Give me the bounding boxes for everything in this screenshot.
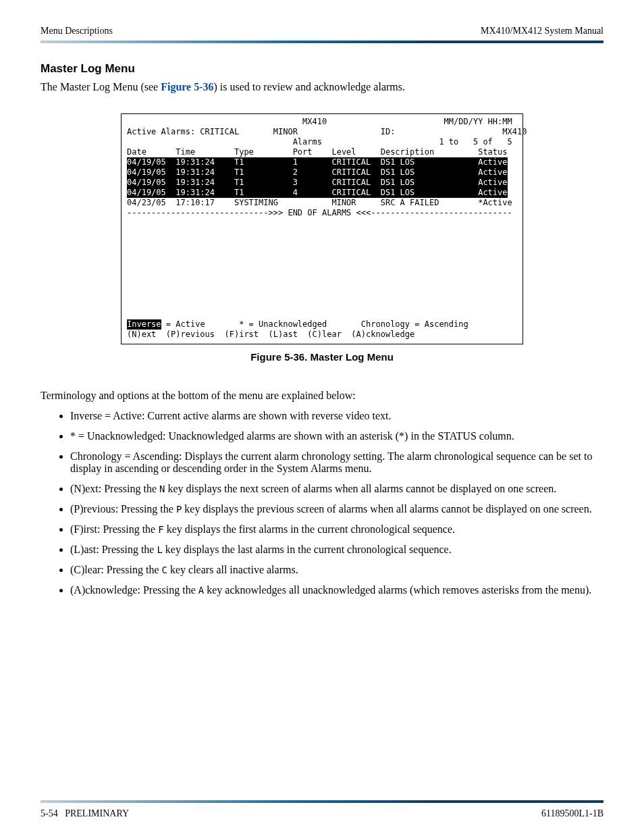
alarm-row-4: 04/23/05 17:10:17 SYSTIMING MINOR SRC A … xyxy=(127,198,512,208)
bullet-post: key clears all inactive alarms. xyxy=(167,564,298,575)
terminal-line: Active Alarms: CRITICAL MINOR ID: MX410 xyxy=(127,127,517,137)
legend-inverse: Inverse xyxy=(127,319,161,330)
header-rule xyxy=(41,41,603,43)
explanation-item: (C)lear: Pressing the C key clears all i… xyxy=(70,564,603,576)
intro-post: ) is used to review and acknowledge alar… xyxy=(214,81,405,93)
section-heading: Master Log Menu xyxy=(41,62,603,76)
explanation-intro: Terminology and options at the bottom of… xyxy=(41,390,603,402)
terminal-text xyxy=(127,289,132,299)
terminal-text xyxy=(127,218,132,228)
terminal-text xyxy=(127,269,132,279)
terminal-text xyxy=(127,228,132,238)
terminal-subtitle: Alarms 1 to 5 of 5 xyxy=(127,137,512,147)
header-left: Menu Descriptions xyxy=(41,26,113,36)
page-footer: 5-54 PRELIMINARY 61189500L1-1B xyxy=(41,800,603,819)
explanation-item: * = Unacknowledged: Unacknowledged alarm… xyxy=(70,430,603,442)
bullet-post: key displays the previous screen of alar… xyxy=(182,503,591,515)
terminal-line: 04/19/05 19:31:24 T1 4 CRITICAL DS1 LOS … xyxy=(127,188,517,198)
terminal-line xyxy=(127,249,517,259)
terminal-line xyxy=(127,279,517,289)
terminal-line: ----------------------------->>> END OF … xyxy=(127,208,517,218)
header-right: MX410/MX412 System Manual xyxy=(481,26,603,36)
terminal-line xyxy=(127,289,517,299)
terminal-end-marker: ----------------------------->>> END OF … xyxy=(127,208,512,218)
terminal-line xyxy=(127,259,517,269)
terminal-column-headers: Date Time Type Port Level Description St… xyxy=(127,147,508,157)
terminal-line: 04/19/05 19:31:24 T1 1 CRITICAL DS1 LOS … xyxy=(127,157,517,167)
footer-right: 61189500L1-1B xyxy=(541,808,603,819)
terminal-line xyxy=(127,228,517,238)
terminal-line: 04/19/05 19:31:24 T1 2 CRITICAL DS1 LOS … xyxy=(127,167,517,178)
bullet-post: key displays the first alarms in the cur… xyxy=(164,523,455,535)
intro-paragraph: The Master Log Menu (see Figure 5-36) is… xyxy=(41,81,603,93)
footer-page-number: 5-54 xyxy=(41,808,58,818)
bullet-pre: (L)ast: Pressing the xyxy=(70,544,157,555)
page-header: Menu Descriptions MX410/MX412 System Man… xyxy=(41,26,603,36)
terminal-text xyxy=(127,279,132,289)
key-literal: L xyxy=(157,544,162,555)
terminal-line xyxy=(127,218,517,228)
bullet-post: key displays the next screen of alarms w… xyxy=(165,483,556,494)
explanation-item: Chronology = Ascending: Displays the cur… xyxy=(70,450,603,475)
intro-pre: The Master Log Menu (see xyxy=(41,81,161,93)
bullet-pre: (P)revious: Pressing the xyxy=(70,503,176,515)
explanation-item: (L)ast: Pressing the L key displays the … xyxy=(70,544,603,556)
terminal-line xyxy=(127,238,517,249)
footer-left: 5-54 PRELIMINARY xyxy=(41,808,129,819)
key-literal: C xyxy=(162,565,167,575)
footer-preliminary: PRELIMINARY xyxy=(65,808,129,818)
explanation-list: Inverse = Active: Current active alarms … xyxy=(41,410,603,596)
alarm-row-2: 04/19/05 19:31:24 T1 3 CRITICAL DS1 LOS … xyxy=(127,178,508,188)
terminal-line xyxy=(127,299,517,309)
terminal-title-line: MX410 MM/DD/YY HH:MM xyxy=(127,117,512,127)
terminal-line xyxy=(127,309,517,319)
terminal-line: Alarms 1 to 5 of 5 xyxy=(127,137,517,147)
terminal-line: 04/19/05 19:31:24 T1 3 CRITICAL DS1 LOS … xyxy=(127,178,517,188)
alarm-row-3: 04/19/05 19:31:24 T1 4 CRITICAL DS1 LOS … xyxy=(127,188,508,198)
bullet-pre: (N)ext: Pressing the xyxy=(70,483,159,494)
bullet-post: key acknowledges all unacknowledged alar… xyxy=(204,584,591,596)
terminal-line: 04/23/05 17:10:17 SYSTIMING MINOR SRC A … xyxy=(127,198,517,208)
bullet-pre: (F)irst: Pressing the xyxy=(70,523,158,535)
explanation-item: (A)cknowledge: Pressing the A key acknow… xyxy=(70,584,603,596)
terminal-text xyxy=(127,238,132,249)
footer-rule xyxy=(41,800,603,803)
terminal-line: Inverse = Active * = Unacknowledged Chro… xyxy=(127,319,517,330)
key-literal: F xyxy=(158,524,163,535)
terminal-screen: MX410 MM/DD/YY HH:MMActive Alarms: CRITI… xyxy=(121,113,523,344)
alarm-row-1: 04/19/05 19:31:24 T1 2 CRITICAL DS1 LOS … xyxy=(127,167,508,178)
figure-reference-link[interactable]: Figure 5-36 xyxy=(161,81,213,93)
terminal-line: (N)ext (P)revious (F)irst (L)ast (C)lear… xyxy=(127,330,517,340)
bullet-pre: (C)lear: Pressing the xyxy=(70,564,162,575)
terminal-line: MX410 MM/DD/YY HH:MM xyxy=(127,117,517,127)
terminal-commands: (N)ext (P)revious (F)irst (L)ast (C)lear… xyxy=(127,330,414,340)
terminal-text xyxy=(127,299,132,309)
legend-rest: = Active * = Unacknowledged Chronology =… xyxy=(161,319,468,330)
alarm-row-0: 04/19/05 19:31:24 T1 1 CRITICAL DS1 LOS … xyxy=(127,157,508,167)
explanation-item: (P)revious: Pressing the P key displays … xyxy=(70,503,603,515)
explanation-item: Inverse = Active: Current active alarms … xyxy=(70,410,603,422)
figure-caption: Figure 5-36. Master Log Menu xyxy=(41,351,603,363)
key-literal: A xyxy=(198,585,204,596)
explanation-item: (F)irst: Pressing the F key displays the… xyxy=(70,523,603,536)
terminal-alarm-status: Active Alarms: CRITICAL MINOR ID: MX410 xyxy=(127,127,527,137)
explanation-item: (N)ext: Pressing the N key displays the … xyxy=(70,483,603,495)
bullet-post: key displays the last alarms in the curr… xyxy=(163,544,452,555)
terminal-text xyxy=(127,309,132,319)
bullet-pre: (A)cknowledge: Pressing the xyxy=(70,584,198,596)
terminal-line xyxy=(127,269,517,279)
terminal-text xyxy=(127,259,132,269)
terminal-line: Date Time Type Port Level Description St… xyxy=(127,147,517,157)
terminal-text xyxy=(127,249,132,259)
